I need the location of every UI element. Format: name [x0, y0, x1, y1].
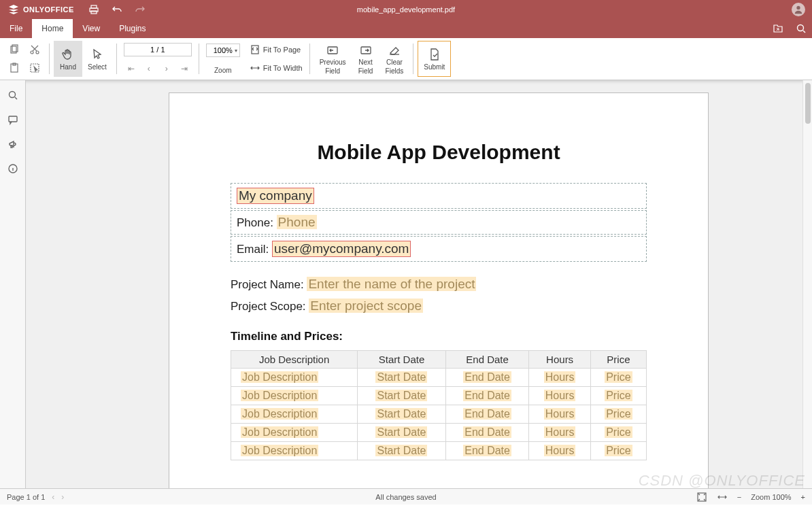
left-panel — [0, 80, 26, 488]
page-indicator[interactable]: 1 / 1 — [124, 43, 192, 56]
svg-point-10 — [36, 51, 39, 54]
status-prev-page[interactable]: ‹ — [52, 492, 54, 502]
email-label: Email: — [237, 243, 272, 256]
titlebar: ONLYOFFICE mobile_app_development.pdf — [0, 0, 812, 19]
table-cell-field[interactable]: Start Date — [375, 408, 427, 420]
table-cell-field[interactable]: Price — [605, 426, 632, 438]
eraser-icon — [388, 44, 401, 57]
phone-label: Phone: — [237, 216, 277, 229]
table-cell-field[interactable]: Job Description — [241, 408, 318, 420]
table-cell-field[interactable]: Hours — [544, 408, 576, 420]
table-cell-field[interactable]: End Date — [463, 445, 511, 456]
fit-page-status-icon[interactable] — [696, 492, 707, 503]
hand-tool[interactable]: Hand — [54, 41, 82, 77]
company-field[interactable]: My company — [237, 188, 314, 204]
table-row: Job DescriptionStart DateEnd DateHoursPr… — [231, 369, 647, 387]
prev-field-icon — [326, 44, 339, 57]
select-all-icon — [29, 63, 40, 73]
table-row: Job DescriptionStart DateEnd DateHoursPr… — [231, 405, 647, 424]
prev-page-button[interactable]: ‹ — [143, 63, 155, 75]
menu-view[interactable]: View — [73, 19, 109, 38]
table-cell-field[interactable]: Hours — [544, 445, 576, 456]
menu-plugins[interactable]: Plugins — [109, 19, 155, 38]
table-header: Price — [590, 351, 646, 369]
table-cell-field[interactable]: Price — [605, 445, 632, 456]
redo-button[interactable] — [129, 0, 152, 19]
select-tool[interactable]: Select — [82, 41, 112, 77]
fit-to-width[interactable]: Fit To Width — [250, 61, 303, 75]
menubar: File Home View Plugins — [0, 19, 812, 38]
brand: ONLYOFFICE — [0, 4, 82, 15]
select-label: Select — [88, 63, 107, 71]
first-page-button[interactable]: ⇤ — [125, 63, 137, 75]
zoom-in-button[interactable]: + — [801, 493, 805, 501]
search-icon[interactable] — [796, 23, 807, 34]
table-cell-field[interactable]: Hours — [544, 426, 576, 438]
zoom-select[interactable]: 100% — [206, 44, 240, 57]
canvas[interactable]: Mobile App Development My company Phone:… — [26, 80, 812, 488]
project-scope-label: Project Scope: — [231, 300, 309, 313]
document-title: mobile_app_development.pdf — [357, 5, 455, 14]
last-page-button[interactable]: ⇥ — [178, 63, 190, 75]
about-panel-button[interactable] — [7, 163, 18, 174]
vertical-scrollbar[interactable] — [802, 80, 812, 488]
paste-button[interactable] — [7, 61, 22, 75]
table-cell-field[interactable]: Job Description — [241, 426, 318, 438]
table-cell-field[interactable]: Start Date — [375, 445, 427, 456]
next-field-button[interactable]: NextField — [352, 41, 380, 77]
table-cell-field[interactable]: Job Description — [241, 445, 318, 456]
print-button[interactable] — [82, 0, 105, 19]
avatar[interactable] — [792, 3, 805, 16]
fit-width-status-icon[interactable] — [717, 492, 728, 503]
status-next-page[interactable]: › — [61, 492, 64, 502]
select-all-button[interactable] — [27, 61, 42, 75]
comments-panel-button[interactable] — [7, 114, 18, 125]
table-cell-field[interactable]: Hours — [544, 390, 576, 401]
undo-button[interactable] — [105, 0, 129, 19]
phone-field-row: Phone: Phone — [231, 210, 647, 235]
statusbar: Page 1 of 1 ‹ › All changes saved − Zoom… — [0, 488, 812, 505]
clear-fields-button[interactable]: ClearFields — [380, 41, 409, 77]
open-location-icon[interactable] — [773, 23, 783, 34]
table-cell-field[interactable]: End Date — [463, 371, 511, 383]
next-field-icon — [359, 44, 373, 57]
table-cell-field[interactable]: Job Description — [241, 390, 318, 401]
phone-field[interactable]: Phone — [277, 215, 317, 229]
zoom-out-button[interactable]: − — [737, 493, 741, 501]
svg-point-9 — [31, 51, 33, 54]
table-cell-field[interactable]: Price — [605, 408, 632, 420]
table-cell-field[interactable]: End Date — [463, 408, 511, 420]
hand-icon — [61, 48, 75, 61]
feedback-panel-button[interactable] — [7, 139, 18, 150]
info-icon — [7, 163, 18, 174]
table-cell-field[interactable]: End Date — [463, 426, 511, 438]
email-field[interactable]: user@mycompany.com — [272, 241, 411, 257]
zoom-label: Zoom — [214, 67, 232, 74]
menu-file[interactable]: File — [0, 19, 32, 38]
table-cell-field[interactable]: Hours — [544, 371, 576, 383]
table-cell-field[interactable]: End Date — [463, 390, 511, 401]
fit-to-page[interactable]: Fit To Page — [250, 42, 303, 57]
submit-button[interactable]: Submit — [418, 41, 451, 77]
table-cell-field[interactable]: Start Date — [375, 426, 427, 438]
project-scope-field[interactable]: Enter project scope — [309, 299, 423, 313]
next-page-button[interactable]: › — [160, 63, 173, 75]
table-cell-field[interactable]: Start Date — [375, 371, 427, 383]
table-cell-field[interactable]: Start Date — [375, 390, 427, 401]
menu-home[interactable]: Home — [32, 19, 73, 38]
status-saved: All changes saved — [375, 493, 436, 501]
scrollbar-thumb[interactable] — [805, 83, 811, 124]
cut-button[interactable] — [27, 42, 42, 57]
table-cell-field[interactable]: Job Description — [241, 371, 318, 383]
table-cell-field[interactable]: Price — [605, 371, 632, 383]
table-header: Hours — [529, 351, 590, 369]
copy-button[interactable] — [7, 42, 22, 57]
table-header: Start Date — [358, 351, 446, 369]
timeline-heading: Timeline and Prices: — [231, 330, 647, 343]
fit-page-icon — [250, 44, 260, 55]
previous-field-button[interactable]: PreviousField — [314, 41, 352, 77]
find-panel-button[interactable] — [7, 90, 18, 101]
project-name-field[interactable]: Enter the name of the project — [307, 277, 476, 291]
table-cell-field[interactable]: Price — [605, 390, 632, 401]
submit-icon — [428, 48, 441, 61]
